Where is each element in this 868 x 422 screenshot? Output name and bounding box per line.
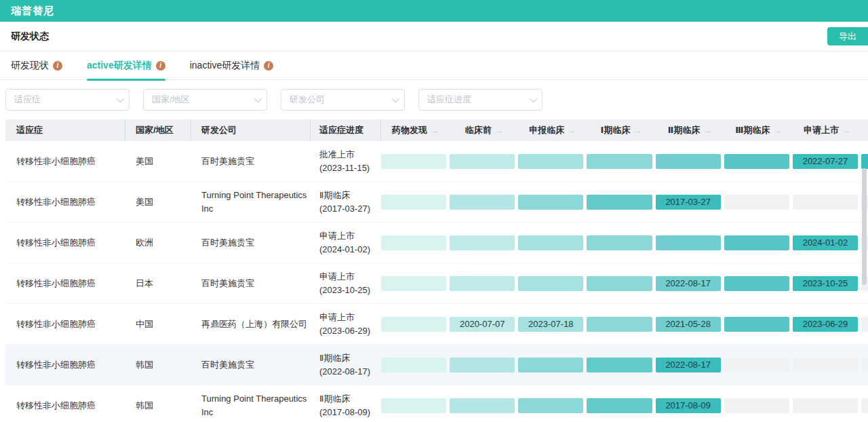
phase-segment-slot: 2022-08-17 [656,276,724,291]
stage-date: (2023-11-15) [319,161,381,175]
tab-label: active研发详情 [87,60,152,72]
phase-segment-slot: 2021-05-28 [656,317,724,332]
phase-arrow-icon: → [567,126,576,136]
phase-segment [724,195,789,210]
phase-segment-slot [793,398,861,413]
phase-segment [587,317,652,332]
info-icon[interactable]: i [156,61,165,71]
region-cell: 日本 [125,277,191,290]
phase-segment [518,398,583,413]
tab-bar: 研发现状iactive研发详情iinactive研发详情i [0,52,868,80]
filter-select-2[interactable]: 国家/地区 [143,89,267,111]
phase-segment-slot [587,235,655,250]
company-cell: 百时美施贵宝 [191,236,311,250]
table-row[interactable]: 转移性非小细胞肺癌韩国百时美施贵宝Ⅱ期临床(2022-08-17)2022-08… [5,345,868,385]
column-header: 适应症 [5,119,125,141]
phase-segment-slot [450,358,518,372]
phase-segment-slot [724,398,793,413]
column-header: 研发公司 [191,119,311,141]
stage-cell: Ⅱ期临床(2017-08-09) [311,392,381,419]
phase-segment-slot: 2024-01-02 [793,235,861,250]
phase-arrow-icon: → [842,126,850,136]
filter-select-3[interactable]: 研发公司 [281,89,405,111]
filter-placeholder: 研发公司 [290,94,325,106]
phase-segment-slot [381,235,450,250]
phase-segment-slot [381,276,450,291]
stage-cell: 批准上市(2023-11-15) [311,148,381,175]
info-icon[interactable]: i [264,61,273,71]
phase-header: Ⅰ期临床→ [587,119,655,141]
phase-progress-bar: 2017-03-27 [381,195,868,210]
table-row[interactable]: 转移性非小细胞肺癌日本百时美施贵宝申请上市(2023-10-25)2022-08… [5,263,868,304]
phase-header: Ⅱ期临床→ [656,119,724,141]
stage-cell: 申请上市(2023-06-29) [311,311,381,338]
phase-progress-bar: 2024-01-02 [381,235,868,250]
phase-header: Ⅲ期临床→ [724,119,793,141]
phase-segment-slot: 2023-06-29 [793,317,861,332]
tab-overview[interactable]: 研发现状i [11,52,62,80]
phase-segment-slot [724,358,793,372]
filter-select-1[interactable]: 适应症 [5,89,130,111]
phase-header: 申报临床→ [518,119,587,141]
phase-date-chip: 2017-03-27 [656,195,721,210]
phase-segment-slot [587,358,655,372]
phase-segment [450,195,515,210]
table-row[interactable]: 转移性非小细胞肺癌韩国Turning Point Therapeutics In… [5,385,868,422]
cutoff-segment-slot [861,154,868,169]
phase-arrow-icon: → [772,126,781,136]
phase-date-chip: 2023-10-25 [793,276,858,291]
phase-segment [724,276,789,291]
phase-segment [381,154,446,169]
vertical-scrollbar[interactable] [862,168,867,285]
phase-segment [587,154,652,169]
stage-date: (2017-08-09) [319,406,381,419]
phase-segment-slot [450,276,518,291]
stage-name: 申请上市 [319,270,381,284]
table-row[interactable]: 转移性非小细胞肺癌美国百时美施贵宝批准上市(2023-11-15)2022-07… [5,141,868,182]
phase-header: 临床前→ [450,119,518,141]
phase-segment-slot: 2017-08-09 [656,398,724,413]
phase-segment-slot [381,195,450,210]
phase-arrow-icon: → [494,126,503,136]
table-row[interactable]: 转移性非小细胞肺癌美国Turning Point Therapeutics In… [5,182,868,223]
phase-segment [587,235,652,250]
indication-cell: 转移性非小细胞肺癌 [5,318,125,331]
tab-label: inactive研发详情 [190,60,260,72]
phase-header: 申请上市→ [793,119,861,141]
info-icon[interactable]: i [53,61,62,71]
tab-active-detail[interactable]: active研发详情i [87,52,165,80]
export-button[interactable]: 导出 [827,27,868,45]
phase-date-chip: 2022-07-27 [793,154,858,169]
phase-segment [724,235,789,250]
chevron-down-icon [392,95,399,102]
table-header-row: 适应症国家/地区研发公司适应症进度药物发现→临床前→申报临床→Ⅰ期临床→Ⅱ期临床… [5,119,868,141]
phase-segment-slot [587,317,655,332]
phase-label: 申请上市 [804,124,839,136]
tab-label: 研发现状 [11,60,49,72]
table-row[interactable]: 转移性非小细胞肺癌欧洲百时美施贵宝申请上市(2024-01-02)2024-01… [5,223,868,263]
phase-segment [450,358,515,372]
filter-select-4[interactable]: 适应症进度 [418,89,542,111]
phase-segment-slot: 2023-07-18 [518,317,587,332]
phase-segment-slot [793,358,861,372]
table-row[interactable]: 转移性非小细胞肺癌中国再鼎医药（上海）有限公司申请上市(2023-06-29)2… [5,304,868,345]
phase-segment-slot [381,317,450,332]
phase-segment [724,398,789,413]
region-cell: 欧洲 [125,236,191,250]
company-cell: 百时美施贵宝 [191,358,311,372]
phase-segment-slot [587,154,655,169]
phase-progress-bar: 2022-08-172023-10-25 [381,276,868,291]
phase-segment-slot [518,398,587,413]
tab-inactive-detail[interactable]: inactive研发详情i [190,52,273,80]
phase-segment-slot [724,276,793,291]
phase-segment-slot: 2022-07-27 [793,154,861,169]
cutoff-segment [861,398,868,413]
phase-segment [587,195,652,210]
phase-date-chip: 2017-08-09 [656,398,721,413]
phase-segment-slot [518,358,587,372]
phase-segment [656,235,721,250]
filter-placeholder: 国家/地区 [152,94,190,106]
phase-segment [587,358,652,372]
chevron-down-icon [117,95,124,102]
phase-label: 药物发现 [392,124,427,136]
